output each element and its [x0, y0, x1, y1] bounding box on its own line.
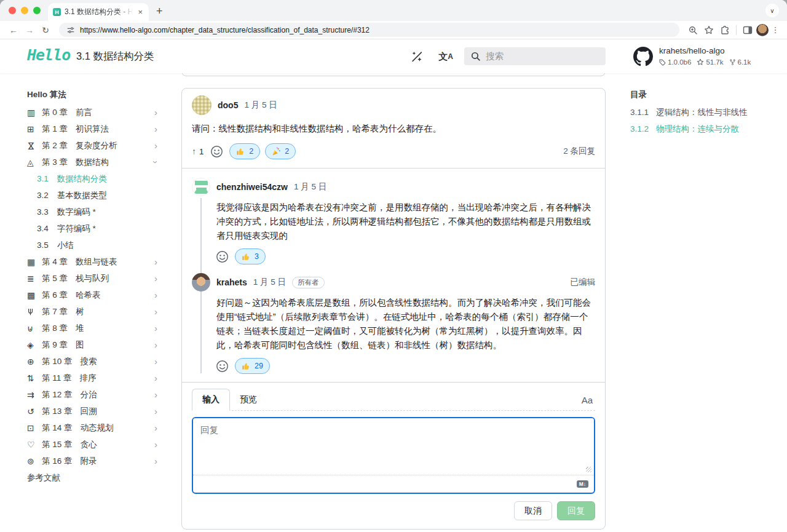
- zoom-icon[interactable]: [686, 25, 700, 35]
- reload-button[interactable]: ↻: [38, 25, 53, 35]
- chevron-right-icon[interactable]: [154, 273, 157, 284]
- chevron-right-icon[interactable]: [154, 406, 157, 416]
- extensions-puzzle-icon[interactable]: [718, 25, 732, 35]
- site-settings-icon[interactable]: [66, 26, 75, 34]
- sidebar-item-chapter-16[interactable]: 第 16 章附录: [27, 453, 157, 469]
- add-reaction-button[interactable]: [214, 248, 230, 264]
- sidebar-item-chapter-12[interactable]: 第 12 章分治: [27, 386, 157, 403]
- sidebar-item-chapter-9[interactable]: 第 9 章图: [27, 336, 157, 353]
- sidebar-item-chapter-15[interactable]: 第 15 章贪心: [27, 436, 157, 453]
- sidebar-item-chapter-7[interactable]: 第 7 章树: [27, 303, 157, 320]
- reply-date: 1 月 5 日: [253, 277, 286, 288]
- sidebar-item-references[interactable]: 参考文献: [27, 469, 157, 486]
- sidebar-item-chapter-6[interactable]: 第 6 章哈希表: [27, 287, 157, 303]
- tab-search-button[interactable]: ∨: [765, 4, 779, 17]
- text-format-icon[interactable]: Aa: [579, 395, 595, 410]
- chevron-right-icon[interactable]: [154, 107, 157, 117]
- replies-count: 2 条回复: [563, 146, 595, 157]
- side-panel-icon[interactable]: [740, 25, 755, 35]
- github-repo-link[interactable]: krahets/hello-algo 1.0.0b6 51.7k 6.1k: [633, 46, 751, 66]
- reply-1: chenzhiwei54czw 1 月 5 日 我觉得应该是因为哈希表在没有冲突…: [182, 169, 605, 272]
- browser-menu-icon[interactable]: ⋮: [770, 25, 781, 34]
- avatar[interactable]: [192, 178, 210, 196]
- reply-author[interactable]: krahets: [216, 277, 247, 287]
- forward-button[interactable]: →: [22, 25, 37, 35]
- close-window-button[interactable]: [9, 7, 16, 14]
- chevron-right-icon[interactable]: [154, 439, 157, 450]
- chevron-right-icon[interactable]: [154, 323, 157, 333]
- markdown-icon[interactable]: M↓: [577, 480, 588, 488]
- chevron-down-icon[interactable]: [154, 157, 157, 167]
- sidebar-item-chapter-0[interactable]: 第 0 章前言: [27, 104, 157, 121]
- sidebar-item-chapter-8[interactable]: 第 8 章堆: [27, 320, 157, 336]
- chevron-right-icon[interactable]: [154, 256, 157, 267]
- cancel-button[interactable]: 取消: [514, 501, 552, 520]
- sidebar-item-chapter-10[interactable]: 第 10 章搜索: [27, 353, 157, 370]
- browser-tab[interactable]: H 3.1 数据结构分类 - Hello 算法 ×: [48, 3, 149, 21]
- fullscreen-window-button[interactable]: [33, 7, 41, 14]
- tab-write[interactable]: 输入: [192, 389, 230, 411]
- sidebar-site-title: Hello 算法: [27, 86, 157, 103]
- chevron-right-icon[interactable]: [154, 456, 157, 466]
- sidebar-item-3-1[interactable]: 3.1数据结构分类: [27, 170, 157, 187]
- reply-author[interactable]: chenzhiwei54czw: [216, 182, 288, 192]
- tab-title: 3.1 数据结构分类 - Hello 算法: [65, 7, 133, 17]
- avatar[interactable]: [192, 273, 210, 292]
- smiley-icon: [210, 145, 223, 158]
- repo-name: krahets/hello-algo: [659, 46, 751, 57]
- comment-thread-card: doo5 1 月 5 日 请问：线性数据结构和非线性数据结构，哈希表为什么都存在…: [181, 88, 606, 530]
- sidebar-item-chapter-5[interactable]: 第 5 章栈与队列: [27, 270, 157, 287]
- chevron-right-icon[interactable]: [154, 339, 157, 350]
- chevron-right-icon[interactable]: [154, 389, 157, 400]
- sidebar-item-chapter-3[interactable]: 第 3 章数据结构: [27, 154, 157, 170]
- tab-close-icon[interactable]: ×: [136, 7, 144, 17]
- language-switch-icon[interactable]: 文A: [437, 49, 455, 64]
- profile-avatar[interactable]: [756, 24, 769, 36]
- reaction-thumbs-up[interactable]: 29: [235, 358, 270, 374]
- address-bar[interactable]: https://www.hello-algo.com/chapter_data_…: [59, 23, 679, 37]
- add-reaction-button[interactable]: [208, 143, 224, 159]
- chevron-right-icon[interactable]: [154, 306, 157, 317]
- back-button[interactable]: ←: [6, 25, 21, 35]
- sidebar-item-3-5[interactable]: 3.5小结: [27, 237, 157, 253]
- reaction-party-popper[interactable]: 2: [265, 143, 296, 159]
- sidebar-item-3-2[interactable]: 3.2基本数据类型: [27, 187, 157, 204]
- toc-title: 目录: [630, 86, 778, 103]
- toc-item-3-1-1[interactable]: 3.1.1逻辑结构：线性与非线性: [630, 104, 778, 121]
- smiley-icon: [216, 250, 229, 263]
- sidebar-item-3-3[interactable]: 3.3数字编码 *: [27, 204, 157, 220]
- chevron-right-icon[interactable]: [154, 124, 157, 134]
- url-text[interactable]: https://www.hello-algo.com/chapter_data_…: [80, 26, 370, 34]
- search-input[interactable]: 搜索: [464, 47, 606, 65]
- reaction-thumbs-up[interactable]: 2: [229, 143, 260, 159]
- sidebar-item-chapter-13[interactable]: 第 13 章回溯: [27, 403, 157, 419]
- sidebar-item-chapter-11[interactable]: 第 11 章排序: [27, 370, 157, 386]
- minimize-window-button[interactable]: [21, 7, 28, 14]
- resize-handle-icon[interactable]: [586, 467, 591, 472]
- sidebar-item-chapter-1[interactable]: 第 1 章初识算法: [27, 121, 157, 137]
- bookmark-star-icon[interactable]: [702, 25, 716, 35]
- new-tab-button[interactable]: +: [156, 3, 163, 19]
- sidebar-item-3-4[interactable]: 3.4字符编码 *: [27, 220, 157, 237]
- toc-item-3-1-2[interactable]: 3.1.2物理结构：连续与分散: [630, 121, 778, 137]
- upvote-button[interactable]: ↑1: [192, 146, 204, 156]
- reaction-thumbs-up[interactable]: 3: [235, 248, 266, 264]
- chevron-right-icon[interactable]: [154, 356, 157, 367]
- chevron-right-icon[interactable]: [154, 140, 157, 151]
- reply-textarea[interactable]: [193, 418, 594, 475]
- chevron-right-icon[interactable]: [154, 373, 157, 383]
- hello-algo-logo[interactable]: Hello: [27, 46, 70, 64]
- sidebar-item-chapter-2[interactable]: 第 2 章复杂度分析: [27, 137, 157, 154]
- sidebar-item-chapter-14[interactable]: 第 14 章动态规划: [27, 419, 157, 436]
- chevron-right-icon[interactable]: [154, 290, 157, 300]
- reply-submit-button[interactable]: 回复: [557, 501, 595, 520]
- chevron-right-icon[interactable]: [154, 423, 157, 433]
- add-reaction-button[interactable]: [214, 358, 230, 374]
- tab-preview[interactable]: 预览: [230, 389, 267, 410]
- theme-toggle-icon[interactable]: [408, 49, 426, 64]
- comment-author[interactable]: doo5: [218, 100, 238, 110]
- avatar[interactable]: [192, 95, 212, 115]
- sidebar-item-chapter-4[interactable]: 第 4 章数组与链表: [27, 253, 157, 270]
- up-arrow-icon: ↑: [192, 146, 196, 156]
- reply-date: 1 月 5 日: [294, 181, 326, 193]
